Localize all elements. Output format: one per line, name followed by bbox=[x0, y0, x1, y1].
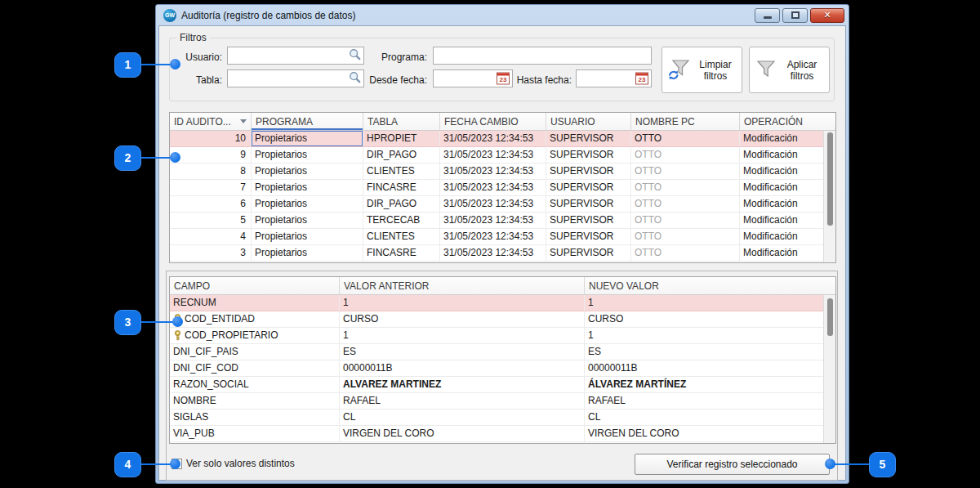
cell-fecha[interactable]: 31/05/2023 12:34:53 bbox=[440, 229, 546, 244]
cell-nuevo[interactable]: 00000011B bbox=[585, 360, 823, 376]
cell-fecha[interactable]: 31/05/2023 12:34:53 bbox=[440, 213, 546, 228]
cell-tabla[interactable]: DIR_PAGO bbox=[363, 147, 440, 163]
cell-anterior[interactable]: ALVAREZ MARTINEZ bbox=[340, 377, 585, 392]
cell-campo[interactable]: NOMBRE bbox=[170, 393, 340, 409]
audit-row[interactable]: 6PropietariosDIR_PAGO31/05/2023 12:34:53… bbox=[170, 196, 823, 213]
column-header[interactable]: PROGRAMA bbox=[252, 113, 363, 130]
cell-anterior[interactable]: CURSO bbox=[340, 311, 585, 327]
audit-row[interactable]: 3PropietariosFINCASRE31/05/2023 12:34:53… bbox=[170, 245, 823, 262]
cell-operacion[interactable]: Modificación bbox=[740, 213, 823, 228]
audit-row[interactable]: 7PropietariosFINCASRE31/05/2023 12:34:53… bbox=[170, 180, 823, 196]
column-header[interactable]: FECHA CAMBIO bbox=[440, 113, 546, 130]
maximize-button[interactable] bbox=[782, 8, 808, 23]
detail-row[interactable]: SIGLASCLCL bbox=[170, 410, 823, 426]
audit-row[interactable]: 10PropietariosHPROPIET31/05/2023 12:34:5… bbox=[170, 131, 823, 147]
audit-table-scrollbar[interactable] bbox=[823, 131, 835, 262]
detail-table-scrollbar[interactable] bbox=[823, 295, 835, 443]
cell-campo[interactable]: COD_ENTIDAD bbox=[170, 311, 340, 327]
cell-pc[interactable]: OTTO bbox=[631, 213, 740, 228]
cell-anterior[interactable]: CL bbox=[340, 410, 585, 425]
audit-row[interactable]: 8PropietariosCLIENTES31/05/2023 12:34:53… bbox=[170, 163, 823, 180]
cell-tabla[interactable]: DIR_PAGO bbox=[363, 196, 440, 212]
cell-campo[interactable]: VIA_PUB bbox=[170, 426, 340, 441]
cell-campo[interactable]: DNI_CIF_COD bbox=[170, 360, 340, 376]
column-header[interactable]: CAMPO bbox=[170, 277, 340, 294]
cell-campo[interactable]: RECNUM bbox=[170, 295, 340, 311]
cell-tabla[interactable]: FINCASRE bbox=[363, 180, 440, 195]
cell-id[interactable]: 8 bbox=[170, 163, 252, 179]
detail-row[interactable]: NOMBRERAFAELRAFAEL bbox=[170, 393, 823, 410]
cell-id[interactable]: 6 bbox=[170, 196, 252, 212]
column-header[interactable]: TABLA bbox=[363, 113, 440, 130]
cell-id[interactable]: 3 bbox=[170, 245, 252, 261]
cell-operacion[interactable]: Modificación bbox=[740, 147, 823, 163]
cell-id[interactable]: 10 bbox=[170, 131, 252, 146]
cell-fecha[interactable]: 31/05/2023 12:34:53 bbox=[440, 163, 546, 179]
cell-pc[interactable]: OTTO bbox=[631, 147, 740, 163]
tabla-input[interactable] bbox=[227, 69, 364, 87]
cell-programa[interactable]: Propietarios bbox=[252, 245, 363, 261]
cell-fecha[interactable]: 31/05/2023 12:34:53 bbox=[440, 196, 546, 212]
programa-input[interactable] bbox=[433, 47, 652, 65]
cell-usuario[interactable]: SUPERVISOR bbox=[546, 180, 631, 195]
cell-anterior[interactable]: RAFAEL bbox=[340, 393, 585, 409]
cell-id[interactable]: 4 bbox=[170, 229, 252, 244]
calendar-icon[interactable]: 23 bbox=[635, 73, 648, 85]
cell-pc[interactable]: OTTO bbox=[631, 245, 740, 261]
detail-row[interactable]: COD_ENTIDADCURSOCURSO bbox=[170, 311, 823, 328]
minimize-button[interactable] bbox=[755, 8, 780, 23]
detail-row[interactable]: COD_PROPIETARIO11 bbox=[170, 328, 823, 344]
ver-solo-valores-label[interactable]: Ver solo valores distintos bbox=[186, 458, 295, 469]
cell-programa[interactable]: Propietarios bbox=[252, 131, 363, 146]
cell-id[interactable]: 9 bbox=[170, 147, 252, 163]
cell-usuario[interactable]: SUPERVISOR bbox=[546, 131, 631, 146]
cell-pc[interactable]: OTTO bbox=[631, 180, 740, 195]
cell-pc[interactable]: OTTO bbox=[631, 163, 740, 179]
cell-id[interactable]: 5 bbox=[170, 213, 252, 228]
cell-tabla[interactable]: FINCASRE bbox=[363, 245, 440, 261]
cell-anterior[interactable]: 1 bbox=[340, 328, 585, 343]
cell-fecha[interactable]: 31/05/2023 12:34:53 bbox=[440, 131, 546, 146]
cell-fecha[interactable]: 31/05/2023 12:34:53 bbox=[440, 245, 546, 261]
cell-tabla[interactable]: HPROPIET bbox=[363, 131, 440, 146]
detail-row[interactable]: DNI_CIF_PAISESES bbox=[170, 344, 823, 360]
cell-fecha[interactable]: 31/05/2023 12:34:53 bbox=[440, 180, 546, 195]
cell-fecha[interactable]: 31/05/2023 12:34:53 bbox=[440, 147, 546, 163]
cell-operacion[interactable]: Modificación bbox=[740, 245, 823, 261]
audit-row[interactable]: 5PropietariosTERCECAB31/05/2023 12:34:53… bbox=[170, 213, 823, 229]
cell-pc[interactable]: OTTO bbox=[631, 229, 740, 244]
cell-usuario[interactable]: SUPERVISOR bbox=[546, 163, 631, 179]
cell-anterior[interactable]: VIRGEN DEL CORO bbox=[340, 426, 585, 441]
desde-fecha-input[interactable]: 23 bbox=[433, 69, 513, 87]
scrollbar-thumb[interactable] bbox=[827, 132, 833, 226]
cell-nuevo[interactable]: ÁLVAREZ MARTÍNEZ bbox=[585, 377, 823, 392]
cell-programa[interactable]: Propietarios bbox=[252, 196, 363, 212]
cell-pc[interactable]: OTTO bbox=[631, 196, 740, 212]
column-header[interactable]: NUEVO VALOR bbox=[585, 277, 823, 294]
cell-anterior[interactable]: ES bbox=[340, 344, 585, 360]
cell-operacion[interactable]: Modificación bbox=[740, 196, 823, 212]
detail-row[interactable]: RAZON_SOCIALALVAREZ MARTINEZÁLVAREZ MART… bbox=[170, 377, 823, 393]
cell-programa[interactable]: Propietarios bbox=[252, 180, 363, 195]
cell-campo[interactable]: SIGLAS bbox=[170, 410, 340, 425]
cell-usuario[interactable]: SUPERVISOR bbox=[546, 245, 631, 261]
cell-anterior[interactable]: 00000011B bbox=[340, 360, 585, 376]
cell-programa[interactable]: Propietarios bbox=[252, 229, 363, 244]
cell-campo[interactable]: RAZON_SOCIAL bbox=[170, 377, 340, 392]
column-header[interactable]: ID AUDITO... bbox=[170, 113, 252, 130]
cell-usuario[interactable]: SUPERVISOR bbox=[546, 196, 631, 212]
column-header[interactable]: NOMBRE PC bbox=[631, 113, 740, 130]
cell-tabla[interactable]: CLIENTES bbox=[363, 163, 440, 179]
aplicar-filtros-button[interactable]: Aplicar filtros bbox=[749, 47, 830, 93]
detail-row[interactable]: DNI_CIF_COD00000011B00000011B bbox=[170, 360, 823, 377]
column-header[interactable]: USUARIO bbox=[546, 113, 631, 130]
usuario-input[interactable] bbox=[227, 47, 364, 65]
cell-operacion[interactable]: Modificación bbox=[740, 131, 823, 146]
cell-programa[interactable]: Propietarios bbox=[252, 147, 363, 163]
cell-programa[interactable]: Propietarios bbox=[252, 163, 363, 179]
cell-campo[interactable]: COD_PROPIETARIO bbox=[170, 328, 340, 343]
cell-nuevo[interactable]: ES bbox=[585, 344, 823, 360]
cell-usuario[interactable]: SUPERVISOR bbox=[546, 229, 631, 244]
cell-nuevo[interactable]: 1 bbox=[585, 295, 823, 311]
cell-nuevo[interactable]: CURSO bbox=[585, 311, 823, 327]
